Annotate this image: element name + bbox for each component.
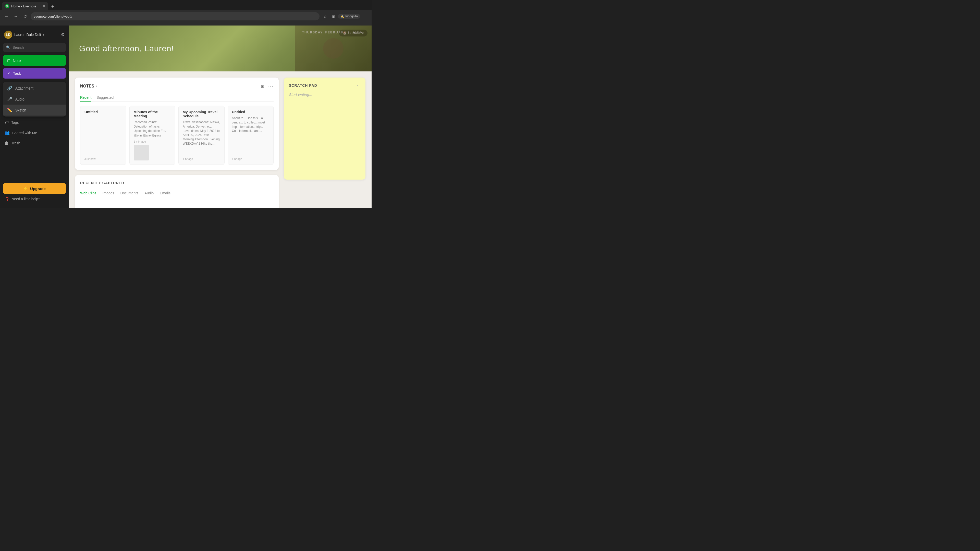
tab-close-button[interactable]: ×: [43, 4, 45, 8]
incognito-label: Incognito: [345, 14, 358, 18]
note-card-title: Untitled: [84, 110, 122, 114]
new-tab-button[interactable]: +: [49, 3, 56, 10]
audio-menu-item[interactable]: 🎤 Audio: [3, 94, 66, 105]
note-card-preview-minutes: Recorded Points: Delegation of tasks Upc…: [134, 120, 171, 133]
user-name: Lauren Dale Deli: [14, 33, 41, 37]
note-label: Note: [13, 59, 21, 63]
note-card-time: Just now: [84, 157, 122, 160]
scratch-pad-header: SCRATCH PAD ⋯: [289, 83, 360, 88]
notes-title-arrow: ›: [96, 84, 97, 89]
chevron-down-icon: ▾: [43, 33, 44, 36]
tab-suggested[interactable]: Suggested: [97, 94, 114, 102]
content-left: NOTES › ⊞ ··· Recent Suggested: [75, 78, 279, 208]
rc-tab-audio[interactable]: Audio: [145, 189, 154, 197]
note-card-time-2: 1 hr ago: [232, 157, 269, 160]
main-content: Good afternoon, Lauren! THURSDAY, FEBRUA…: [69, 25, 372, 208]
upgrade-icon: ⚡: [23, 186, 28, 191]
note-card-title-2: Untitled: [232, 110, 269, 114]
note-card-untitled-1[interactable]: Untitled Just now: [80, 106, 126, 165]
upgrade-button[interactable]: ⚡ Upgrade: [3, 183, 66, 194]
search-placeholder: Search: [13, 45, 24, 49]
note-card-title-travel: My Upcoming Travel Schedule: [183, 110, 220, 118]
note-card-preview-travel: Travel destinations: Alaska, America, De…: [183, 120, 220, 146]
reader-mode-icon[interactable]: ▣: [330, 13, 337, 20]
tab-recent[interactable]: Recent: [80, 94, 91, 102]
scratch-pad-widget: SCRATCH PAD ⋯ Start writing...: [284, 78, 366, 208]
browser-toolbar: ← → ↺ evernote.com/client/web#/ ☆ ▣ 🕵 In…: [0, 10, 372, 22]
sidebar-item-tags[interactable]: 🏷 Tags: [2, 118, 67, 127]
sidebar-item-trash[interactable]: 🗑 Trash: [2, 138, 67, 148]
scratch-pad[interactable]: SCRATCH PAD ⋯ Start writing...: [284, 78, 366, 179]
notes-title-text: NOTES: [80, 84, 94, 89]
attachment-icon: 🔗: [7, 86, 12, 91]
hero-greeting: Good afternoon, Lauren!: [79, 44, 174, 53]
sidebar-item-shared-with-me[interactable]: 👥 Shared with Me: [2, 128, 67, 138]
attachment-menu-item[interactable]: 🔗 Attachment: [3, 83, 66, 94]
note-thumbnail: [134, 145, 149, 160]
new-note-button[interactable]: ◻ Note: [3, 55, 66, 66]
browser-chrome: 🐘 Home - Evernote × + ← → ↺ evernote.com…: [0, 0, 372, 25]
tags-icon: 🏷: [5, 120, 9, 125]
help-link[interactable]: ❓ Need a little help?: [3, 196, 66, 202]
address-bar[interactable]: evernote.com/client/web#/: [30, 12, 320, 21]
tab-title: Home - Evernote: [11, 4, 41, 8]
search-icon: 🔍: [6, 45, 11, 49]
empty-illustration: ★ ★ ★: [167, 207, 187, 208]
note-icon: ◻: [7, 58, 10, 63]
recently-captured-more-icon[interactable]: ···: [268, 180, 274, 186]
shared-icon: 👥: [5, 130, 10, 135]
scratch-pad-placeholder[interactable]: Start writing...: [289, 92, 360, 97]
rc-tab-documents[interactable]: Documents: [120, 189, 138, 197]
note-card-travel[interactable]: My Upcoming Travel Schedule Travel desti…: [178, 106, 224, 165]
trash-icon: 🗑: [5, 141, 9, 145]
new-task-button[interactable]: ✓ Task: [3, 68, 66, 79]
dropdown-menu: 🔗 Attachment 🎤 Audio ✏️ Sketch: [3, 82, 66, 117]
sidebar-nav: 🏷 Tags 👥 Shared with Me 🗑 Trash: [0, 118, 69, 180]
task-icon: ✓: [7, 71, 11, 76]
incognito-icon: 🕵: [340, 14, 344, 18]
sketch-menu-item[interactable]: ✏️ Sketch: [3, 105, 66, 116]
attachment-label: Attachment: [15, 86, 33, 90]
content-area: NOTES › ⊞ ··· Recent Suggested: [69, 71, 372, 208]
sketch-label: Sketch: [15, 108, 26, 112]
rc-tab-images[interactable]: Images: [103, 189, 115, 197]
rc-tab-emails[interactable]: Emails: [160, 189, 170, 197]
notes-widget-actions: ⊞ ···: [259, 83, 274, 90]
task-label: Task: [13, 71, 21, 76]
notes-add-icon[interactable]: ⊞: [259, 83, 266, 90]
rc-tab-web-clips[interactable]: Web Clips: [80, 189, 97, 197]
bookmark-icon[interactable]: ☆: [321, 13, 329, 20]
notes-widget: NOTES › ⊞ ··· Recent Suggested: [75, 78, 279, 170]
forward-button[interactable]: →: [12, 13, 19, 20]
hero-banner: Good afternoon, Lauren! THURSDAY, FEBRUA…: [69, 25, 372, 71]
note-card-untitled-2[interactable]: Untitled About th... Use this... a centr…: [228, 106, 274, 165]
note-card-title-minutes: Minutes of the Meeting: [134, 110, 171, 118]
reload-button[interactable]: ↺: [21, 13, 29, 20]
scratch-pad-more-icon[interactable]: ⋯: [355, 83, 360, 88]
sidebar-item-shared-label: Shared with Me: [12, 131, 37, 135]
settings-icon[interactable]: ⚙: [61, 32, 65, 38]
notes-widget-header: NOTES › ⊞ ···: [80, 83, 274, 90]
note-card-time-minutes: 1 min ago: [134, 140, 171, 143]
user-info[interactable]: LD Lauren Dale Deli ▾: [4, 30, 44, 39]
back-button[interactable]: ←: [3, 13, 10, 20]
note-card-time-travel: 1 hr ago: [183, 157, 220, 160]
address-text: evernote.com/client/web#/: [34, 14, 72, 18]
help-icon: ❓: [5, 197, 10, 201]
notes-widget-title[interactable]: NOTES ›: [80, 84, 97, 89]
more-menu-icon[interactable]: ⋮: [361, 13, 369, 20]
active-tab[interactable]: 🐘 Home - Evernote ×: [2, 2, 48, 10]
sidebar: LD Lauren Dale Deli ▾ ⚙ 🔍 Search ◻ Note …: [0, 25, 69, 208]
sidebar-header: LD Lauren Dale Deli ▾ ⚙: [0, 29, 69, 41]
search-bar[interactable]: 🔍 Search: [3, 43, 66, 52]
create-buttons: ◻ Note ✓ Task: [0, 55, 69, 79]
note-card-tags-minutes: @john @jane @grace: [134, 134, 171, 137]
note-card-image: [134, 145, 171, 160]
audio-label: Audio: [15, 97, 24, 101]
note-card-minutes[interactable]: Minutes of the Meeting Recorded Points: …: [129, 106, 176, 165]
notes-more-menu-icon[interactable]: ···: [268, 84, 274, 89]
note-card-preview-2: About th... Use this... a centra... to c…: [232, 116, 269, 133]
app-layout: LD Lauren Dale Deli ▾ ⚙ 🔍 Search ◻ Note …: [0, 25, 372, 208]
browser-tabs: 🐘 Home - Evernote × +: [0, 0, 372, 10]
empty-state: ★ ★ ★: [80, 202, 274, 208]
